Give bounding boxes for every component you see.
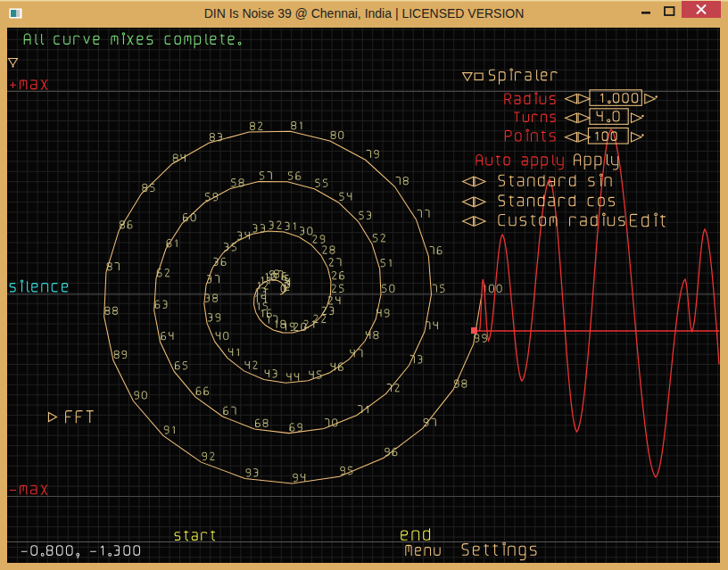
svg-text:DIN Is Noise 39 @ Chennai, Ind: DIN Is Noise 39 @ Chennai, India | LICEN… [204,6,525,21]
